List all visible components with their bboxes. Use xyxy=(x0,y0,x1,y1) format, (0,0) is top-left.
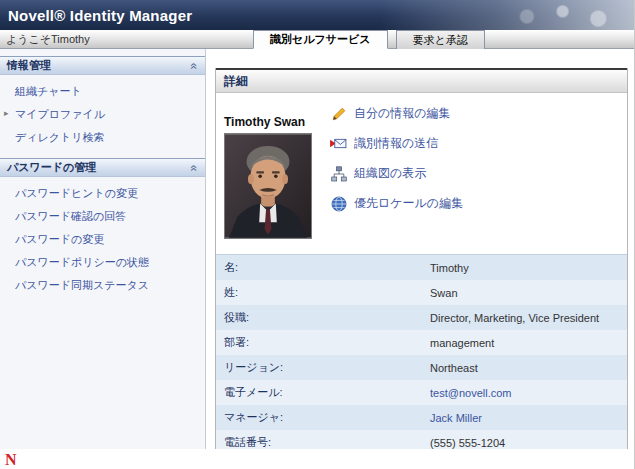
sidebar-item-directory-search[interactable]: ディレクトリ検索 xyxy=(0,126,205,149)
field-value: management xyxy=(430,337,494,349)
sidebar-item-org-chart[interactable]: 組織チャート xyxy=(0,80,205,103)
tab-identity-self-service[interactable]: 識別セルフサービス xyxy=(253,30,388,49)
field-value: test@novell.com xyxy=(430,387,511,399)
welcome-strip: ようこそTimothy 識別セルフサービス 要求と承認 xyxy=(0,30,634,49)
field-row-title: 役職: Director, Marketing, Vice President xyxy=(216,305,627,330)
sidebar-section-password-management: パスワードの管理 « xyxy=(0,158,205,177)
profile-fields-table: 名: Timothy 姓: Swan 役職: Director, Marketi… xyxy=(216,254,627,449)
profile-photo-block: Timothy Swan xyxy=(224,103,320,254)
novell-logo-icon: N xyxy=(5,452,17,467)
field-label: マネージャ: xyxy=(216,410,430,425)
identity-manager-window: Novell® Identity Manager ようこそTimothy 識別セ… xyxy=(0,0,635,469)
section-title: パスワードの管理 xyxy=(7,160,96,175)
detail-panel: 詳細 Timothy Swan xyxy=(215,68,628,449)
field-value: Swan xyxy=(430,287,458,299)
sidebar-item-label: マイプロファイル xyxy=(15,108,105,120)
sidebar-item-password-hint-change[interactable]: パスワードヒントの変更 xyxy=(0,182,205,205)
panel-title: 詳細 xyxy=(216,68,627,93)
sidebar-item-password-challenge-response[interactable]: パスワード確認の回答 xyxy=(0,205,205,228)
globe-icon[interactable] xyxy=(330,196,347,212)
field-row-phone: 電話番号: (555) 555-1204 xyxy=(216,430,627,449)
send-email-icon[interactable] xyxy=(330,136,347,152)
field-row-email: 電子メール: test@novell.com xyxy=(216,380,627,405)
org-chart-icon[interactable] xyxy=(330,166,347,182)
field-label: 姓: xyxy=(216,285,430,300)
app-header: Novell® Identity Manager xyxy=(0,0,634,30)
field-label: 部署: xyxy=(216,335,430,350)
field-value: Director, Marketing, Vice President xyxy=(430,312,599,324)
section-title: 情報管理 xyxy=(7,58,51,73)
action-display-org-chart: 組織図の表示 xyxy=(330,165,463,182)
selected-item-arrow-icon: ▸ xyxy=(4,108,9,118)
sidebar-item-password-sync-status[interactable]: パスワード同期ステータス xyxy=(0,274,205,297)
profile-name: Timothy Swan xyxy=(224,115,320,129)
action-link[interactable]: 識別情報の送信 xyxy=(354,135,438,152)
collapse-section-icon[interactable]: « xyxy=(190,164,200,171)
sidebar-item-password-policy-status[interactable]: パスワードポリシーの状態 xyxy=(0,251,205,274)
field-value: Jack Miller xyxy=(430,412,482,424)
profile-photo xyxy=(224,133,312,239)
field-label: 電子メール: xyxy=(216,385,430,400)
page-body: 情報管理 « 組織チャート ▸ マイプロファイル ディレクトリ検索 パスワードの… xyxy=(0,49,634,449)
app-title: Novell® Identity Manager xyxy=(0,7,192,24)
manager-link[interactable]: Jack Miller xyxy=(430,412,482,424)
action-link[interactable]: 自分の情報の編集 xyxy=(354,105,451,122)
section-items: 組織チャート ▸ マイプロファイル ディレクトリ検索 xyxy=(0,75,205,158)
field-label: 電話番号: xyxy=(216,435,430,449)
field-row-first-name: 名: Timothy xyxy=(216,255,627,280)
sidebar-item-password-change[interactable]: パスワードの変更 xyxy=(0,228,205,251)
field-value: Timothy xyxy=(430,262,469,274)
action-link[interactable]: 組織図の表示 xyxy=(354,165,426,182)
email-link[interactable]: test@novell.com xyxy=(430,387,511,399)
action-edit-preferred-locale: 優先ロケールの編集 xyxy=(330,195,463,212)
field-label: リージョン: xyxy=(216,360,430,375)
collapse-section-icon[interactable]: « xyxy=(190,62,200,69)
page-footer: N xyxy=(0,449,634,469)
section-items: パスワードヒントの変更 パスワード確認の回答 パスワードの変更 パスワードポリシ… xyxy=(0,177,205,306)
welcome-text: ようこそTimothy xyxy=(0,32,90,47)
action-link[interactable]: 優先ロケールの編集 xyxy=(354,195,463,212)
sidebar-section-information-management: 情報管理 « xyxy=(0,56,205,75)
pencil-icon[interactable] xyxy=(330,106,347,122)
sidebar-item-my-profile[interactable]: ▸ マイプロファイル xyxy=(0,103,205,126)
field-row-department: 部署: management xyxy=(216,330,627,355)
tab-bar: 識別セルフサービス 要求と承認 xyxy=(253,30,493,49)
tab-requests-approvals[interactable]: 要求と承認 xyxy=(396,30,485,49)
sidebar: 情報管理 « 組織チャート ▸ マイプロファイル ディレクトリ検索 パスワードの… xyxy=(0,49,206,449)
action-send-identity-info: 識別情報の送信 xyxy=(330,135,463,152)
action-links: 自分の情報の編集 識別情報の送信 組織図の表示 xyxy=(330,105,463,254)
profile-area: Timothy Swan xyxy=(216,93,627,254)
field-label: 名: xyxy=(216,260,430,275)
main-content: 詳細 Timothy Swan xyxy=(206,49,634,449)
action-edit-your-information: 自分の情報の編集 xyxy=(330,105,463,122)
field-value: Northeast xyxy=(430,362,478,374)
field-value: (555) 555-1204 xyxy=(430,437,505,449)
field-row-last-name: 姓: Swan xyxy=(216,280,627,305)
field-row-region: リージョン: Northeast xyxy=(216,355,627,380)
header-banner-image xyxy=(379,0,634,30)
field-row-manager: マネージャ: Jack Miller xyxy=(216,405,627,430)
field-label: 役職: xyxy=(216,310,430,325)
